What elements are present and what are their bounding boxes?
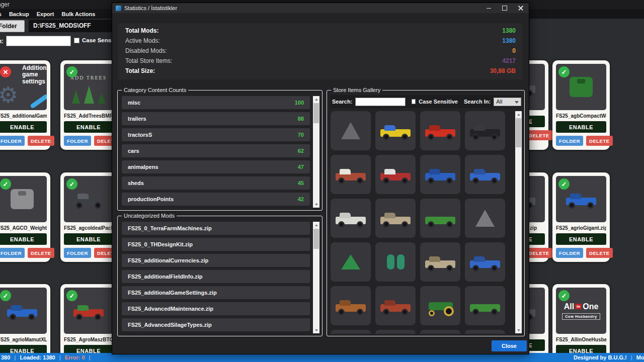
store-item-tile[interactable] bbox=[420, 111, 460, 150]
store-item-tile[interactable] bbox=[420, 286, 460, 325]
list-item[interactable]: FS25_additionalFieldInfo.zip bbox=[122, 270, 310, 283]
minimize-icon[interactable] bbox=[480, 3, 497, 13]
tree-icon bbox=[98, 93, 105, 104]
list-item[interactable]: cars 62 bbox=[122, 144, 310, 157]
list-item[interactable]: FS25_0_TerraFarmMachines.zip bbox=[122, 222, 310, 235]
stat-label: Total Store Items: bbox=[125, 57, 172, 64]
list-item-count: 47 bbox=[298, 164, 304, 170]
enable-button[interactable]: ENABLE bbox=[0, 233, 47, 245]
delete-button[interactable]: DELETE bbox=[28, 248, 54, 258]
folder-button[interactable]: FOLDER bbox=[0, 136, 25, 146]
store-item-tile[interactable] bbox=[420, 330, 460, 334]
scroll-down-icon[interactable] bbox=[313, 327, 319, 333]
list-item[interactable]: FS25_0_THDesignKit.zip bbox=[122, 238, 310, 251]
dialog-titlebar[interactable]: Statistics / İstatistikler bbox=[112, 3, 529, 13]
list-item[interactable]: animalpens 47 bbox=[122, 160, 310, 173]
mod-thumbnail: AllinOneCow Husbandry bbox=[556, 288, 606, 334]
folder-button[interactable]: FOLDER bbox=[556, 248, 583, 258]
scrollbar[interactable] bbox=[515, 111, 522, 333]
scroll-up-icon[interactable] bbox=[515, 111, 522, 118]
vehicle-shape bbox=[72, 189, 105, 209]
mod-artwork bbox=[565, 189, 597, 209]
vehicle-shape bbox=[469, 252, 501, 272]
weight-shape bbox=[11, 189, 34, 209]
store-item-tile[interactable] bbox=[331, 330, 371, 334]
mod-artwork bbox=[570, 77, 593, 97]
gallery-search-in-dropdown[interactable]: All bbox=[494, 98, 521, 106]
list-item[interactable]: FS25_AdvancedSilageTypes.zip bbox=[122, 318, 310, 331]
scroll-thumb[interactable] bbox=[313, 103, 319, 123]
stat-row: Active Mods: 1380 bbox=[125, 36, 516, 46]
folder-button[interactable]: FOLDER bbox=[64, 136, 91, 146]
list-item[interactable]: FS25_additionalCurrencies.zip bbox=[122, 254, 310, 267]
status-badge-icon bbox=[558, 178, 570, 190]
scrollbar[interactable] bbox=[313, 96, 319, 208]
gallery-case-sensitive-checkbox[interactable] bbox=[412, 99, 416, 104]
list-item[interactable]: tractorsS 70 bbox=[122, 128, 310, 141]
scroll-down-icon[interactable] bbox=[515, 327, 522, 333]
list-item[interactable]: trailers 88 bbox=[122, 112, 310, 125]
scrollbar[interactable] bbox=[313, 222, 319, 333]
list-item-name: FS25_additionalGameSettings.zip bbox=[128, 290, 217, 296]
store-item-tile[interactable] bbox=[465, 199, 505, 238]
store-item-tile[interactable] bbox=[375, 199, 416, 238]
scroll-up-icon[interactable] bbox=[313, 222, 319, 228]
list-item[interactable]: misc 100 bbox=[122, 96, 310, 109]
store-item-tile[interactable] bbox=[465, 330, 505, 334]
store-item-tile[interactable] bbox=[331, 286, 371, 325]
delete-button[interactable]: DELETE bbox=[586, 136, 612, 146]
store-items-gallery-groupbox: Store Items Gallery Search: Case Sensiti… bbox=[327, 87, 525, 336]
list-item-name: cars bbox=[128, 148, 139, 154]
close-button[interactable]: Close bbox=[492, 340, 527, 351]
store-item-tile[interactable] bbox=[331, 199, 371, 238]
folder-button[interactable]: FOLDER bbox=[0, 248, 25, 258]
store-item-tile[interactable] bbox=[420, 155, 460, 194]
vehicle-shape bbox=[379, 296, 412, 316]
store-item-tile[interactable] bbox=[375, 242, 416, 282]
list-item[interactable]: FS25_additionalGameSettings.zip bbox=[122, 286, 310, 299]
store-item-tile[interactable] bbox=[465, 111, 505, 150]
list-item[interactable]: productionPoints 42 bbox=[122, 193, 310, 206]
enable-button[interactable]: ENABLE bbox=[64, 233, 113, 245]
gallery-search-input[interactable] bbox=[355, 98, 406, 106]
store-item-tile[interactable] bbox=[420, 199, 460, 238]
store-item-tile[interactable] bbox=[331, 111, 371, 150]
enable-button[interactable]: ENABLE bbox=[0, 121, 47, 133]
close-icon[interactable] bbox=[513, 3, 529, 13]
folder-button[interactable]: FOLDER bbox=[556, 136, 583, 146]
store-item-tile[interactable] bbox=[465, 242, 505, 282]
maximize-icon[interactable] bbox=[497, 3, 513, 13]
store-item-tile[interactable] bbox=[465, 286, 505, 325]
tent-shape bbox=[341, 254, 360, 269]
store-item-tile[interactable] bbox=[375, 111, 416, 150]
mod-filename: FS25_agrioMamutXL.zip bbox=[0, 337, 47, 342]
store-item-tile[interactable] bbox=[375, 286, 416, 325]
list-item[interactable]: sheds 45 bbox=[122, 176, 310, 190]
scroll-thumb[interactable] bbox=[516, 118, 521, 147]
enable-button[interactable]: ENABLE bbox=[64, 121, 113, 133]
store-item-tile[interactable] bbox=[331, 155, 371, 194]
folder-button[interactable]: FOLDER bbox=[64, 248, 91, 258]
scroll-thumb[interactable] bbox=[313, 229, 319, 249]
store-item-tile[interactable] bbox=[375, 155, 416, 194]
scroll-down-icon[interactable] bbox=[313, 201, 319, 208]
list-item[interactable]: FS25_AdvancedMaintenance.zip bbox=[122, 302, 310, 315]
delete-button[interactable]: DELETE bbox=[586, 248, 612, 258]
gallery-search-bar: Search: Case Sensitive Search In: All bbox=[330, 95, 521, 108]
list-item-name: FS25_0_TerraFarmMachines.zip bbox=[128, 225, 212, 231]
enable-button[interactable]: ENABLE bbox=[556, 121, 606, 133]
tank-shape bbox=[387, 254, 405, 269]
delete-button[interactable]: DELETE bbox=[526, 130, 552, 140]
store-item-tile[interactable] bbox=[465, 155, 505, 194]
delete-button[interactable]: DELETE bbox=[28, 136, 54, 146]
delete-button[interactable]: DELETE bbox=[526, 248, 552, 258]
store-item-tile[interactable] bbox=[331, 242, 371, 282]
store-item-tile[interactable] bbox=[375, 330, 416, 334]
mod-filename: FS25_agcoIdealPack.zi... bbox=[64, 225, 113, 231]
store-item-tile[interactable] bbox=[420, 242, 460, 282]
scroll-up-icon[interactable] bbox=[313, 96, 319, 103]
mod-filename: FS25_AddTreesBMP.zip... bbox=[64, 113, 113, 119]
enable-button[interactable]: ENABLE bbox=[556, 233, 606, 245]
list-item-name: animalpens bbox=[128, 164, 158, 170]
status-segment: 380 bbox=[1, 354, 10, 360]
